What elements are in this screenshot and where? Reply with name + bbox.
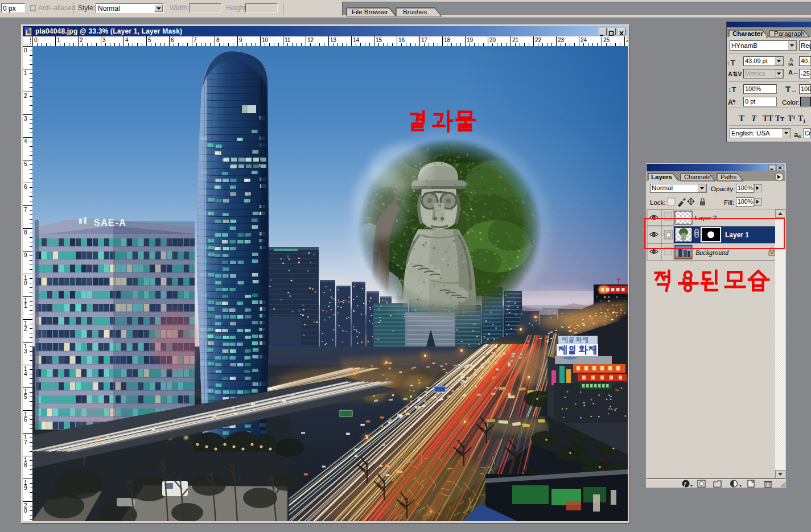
svg-text:5: 5	[148, 37, 151, 43]
svg-text:4: 4	[125, 37, 129, 43]
svg-text:26: 26	[626, 37, 628, 43]
svg-text:HYnamB: HYnamB	[731, 42, 758, 49]
svg-text:IA: IA	[788, 61, 794, 67]
svg-text:8: 8	[216, 37, 220, 43]
svg-text:Brushes: Brushes	[403, 9, 427, 15]
svg-text:1: 1	[24, 303, 27, 309]
svg-text:Background: Background	[695, 249, 729, 257]
svg-text:Paragraph: Paragraph	[774, 30, 805, 37]
svg-text:100%: 100%	[738, 198, 753, 205]
svg-text:25: 25	[603, 37, 610, 43]
svg-text:Normal: Normal	[652, 184, 673, 191]
svg-text:↔: ↔	[791, 87, 797, 93]
svg-text:0: 0	[24, 508, 27, 514]
svg-text:8: 8	[24, 229, 27, 236]
svg-text:Cr: Cr	[805, 130, 811, 137]
svg-text:40.: 40.	[801, 57, 809, 64]
svg-text:7: 7	[24, 207, 27, 213]
svg-text:T: T	[739, 114, 744, 123]
svg-text:Paths: Paths	[721, 174, 737, 180]
svg-text:Fill:: Fill:	[724, 199, 734, 206]
svg-text:3: 3	[24, 116, 27, 122]
svg-text:2: 2	[24, 93, 27, 99]
svg-text:19: 19	[467, 37, 474, 43]
svg-text:22: 22	[535, 37, 542, 43]
svg-text:1: 1	[57, 37, 60, 43]
svg-text:Metrics: Metrics	[745, 70, 765, 77]
svg-text:18: 18	[444, 37, 451, 43]
svg-text:4: 4	[24, 138, 27, 145]
svg-text:2: 2	[24, 325, 27, 332]
svg-text:6: 6	[24, 184, 27, 190]
svg-text:100%: 100%	[745, 85, 761, 92]
svg-text:9: 9	[24, 485, 27, 491]
svg-text:Regu: Regu	[801, 42, 811, 49]
svg-text:5: 5	[24, 161, 27, 167]
svg-text:1: 1	[24, 70, 27, 76]
svg-text:0 pt: 0 pt	[745, 98, 755, 105]
svg-text:T₁: T₁	[798, 114, 806, 123]
svg-text:13: 13	[330, 37, 337, 43]
svg-text:3: 3	[24, 348, 27, 354]
svg-text:0: 0	[24, 280, 27, 286]
svg-text:8: 8	[24, 462, 27, 468]
svg-text:t: t	[727, 60, 730, 67]
svg-text:14: 14	[353, 37, 360, 43]
svg-text:100%: 100%	[738, 184, 753, 191]
svg-text:6: 6	[24, 416, 27, 423]
svg-text:20: 20	[489, 37, 496, 43]
svg-text:Channels: Channels	[684, 174, 711, 180]
svg-text:7: 7	[24, 439, 27, 446]
svg-text:0: 0	[24, 47, 27, 53]
svg-text:T¹: T¹	[788, 114, 796, 123]
svg-text:0: 0	[34, 37, 38, 43]
svg-text:11: 11	[285, 37, 291, 43]
svg-text:A⇅V: A⇅V	[728, 71, 742, 77]
svg-text:Color:: Color:	[782, 99, 800, 106]
svg-text:T: T	[751, 114, 757, 123]
svg-text:4: 4	[24, 371, 27, 377]
svg-text:9: 9	[239, 37, 242, 43]
svg-text:aₐ: aₐ	[794, 130, 801, 139]
svg-text:6: 6	[171, 37, 174, 43]
svg-text:2: 2	[80, 37, 83, 43]
svg-text:T: T	[730, 57, 735, 67]
svg-text:Layers: Layers	[651, 174, 672, 180]
svg-text:15: 15	[376, 37, 382, 43]
svg-text:Opacity:: Opacity:	[711, 185, 735, 192]
svg-text:Tᴛ: Tᴛ	[775, 114, 784, 123]
svg-text:43.09 pt: 43.09 pt	[745, 57, 768, 64]
svg-text:5: 5	[24, 394, 27, 400]
svg-text:16: 16	[398, 37, 405, 43]
svg-text:a: a	[732, 98, 735, 103]
svg-text:9: 9	[24, 252, 27, 258]
svg-text:SAE-A: SAE-A	[94, 218, 126, 228]
svg-text:17: 17	[421, 37, 428, 43]
svg-text:23: 23	[558, 37, 565, 43]
svg-text:10: 10	[262, 37, 269, 43]
svg-text:Character: Character	[732, 30, 763, 37]
svg-text:7: 7	[194, 37, 197, 43]
svg-text:24: 24	[581, 37, 587, 43]
svg-text:100: 100	[801, 85, 811, 92]
svg-text:3: 3	[102, 37, 106, 43]
svg-text:File Browser: File Browser	[352, 9, 388, 15]
svg-text:TT: TT	[763, 114, 773, 123]
svg-text:Lock:: Lock:	[650, 199, 666, 206]
svg-text:12: 12	[307, 37, 314, 43]
svg-text:↕T: ↕T	[728, 85, 736, 94]
svg-text:English: USA: English: USA	[731, 130, 770, 137]
svg-text:21: 21	[512, 37, 519, 43]
svg-text:-25: -25	[801, 70, 810, 77]
svg-text:T: T	[785, 84, 791, 94]
